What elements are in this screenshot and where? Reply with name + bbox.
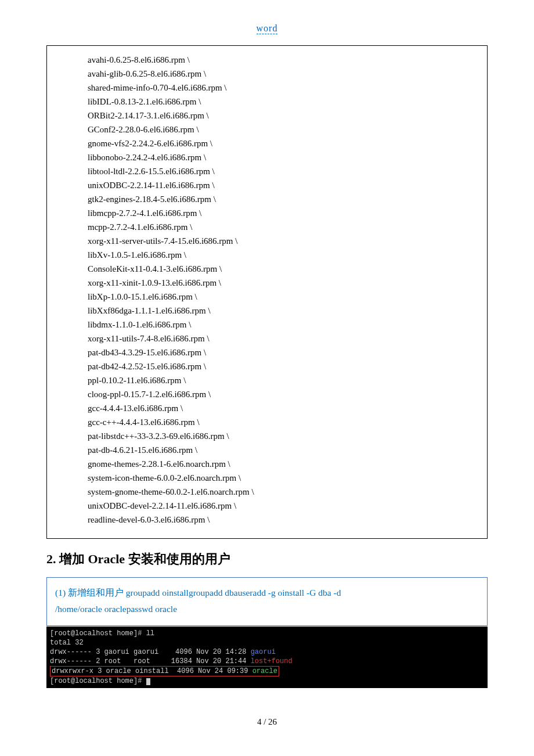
package-line: ORBit2-2.14.17-3.1.el6.i686.rpm \ bbox=[88, 109, 481, 123]
package-line: avahi-0.6.25-8.el6.i686.rpm \ bbox=[88, 53, 481, 67]
package-line: libbonobo-2.24.2-4.el6.i686.rpm \ bbox=[88, 150, 481, 164]
package-line: gnome-vfs2-2.24.2-6.el6.i686.rpm \ bbox=[88, 136, 481, 150]
section-heading: 2. 增加 Oracle 安装和使用的用户 bbox=[46, 550, 488, 568]
package-line: avahi-glib-0.6.25-8.el6.i686.rpm \ bbox=[88, 67, 481, 81]
package-line: shared-mime-info-0.70-4.el6.i686.rpm \ bbox=[88, 81, 481, 95]
package-line: gtk2-engines-2.18.4-5.el6.i686.rpm \ bbox=[88, 192, 481, 206]
package-line: system-gnome-theme-60.0.2-1.el6.noarch.r… bbox=[88, 485, 481, 499]
package-line: pat-db-4.6.21-15.el6.i686.rpm \ bbox=[88, 443, 481, 457]
package-line: GConf2-2.28.0-6.el6.i686.rpm \ bbox=[88, 123, 481, 136]
package-line: pat-db43-4.3.29-15.el6.i686.rpm \ bbox=[88, 345, 481, 359]
package-line: pat-libstdc++-33-3.2.3-69.el6.i686.rpm \ bbox=[88, 429, 481, 443]
dir-name: gaorui bbox=[251, 648, 276, 656]
page-number: 4 / 26 bbox=[46, 717, 488, 727]
package-line: cloog-ppl-0.15.7-1.2.el6.i686.rpm \ bbox=[88, 387, 481, 401]
package-line: libXp-1.0.0-15.1.el6.i686.rpm \ bbox=[88, 290, 481, 304]
command-text-2: /home/oracle oraclepasswd oracle bbox=[55, 601, 479, 617]
package-line: system-icon-theme-6.0.0-2.el6.noarch.rpm… bbox=[88, 471, 481, 485]
terminal-line: [root@localhost home]# ll bbox=[50, 629, 484, 638]
command-number: (1) bbox=[55, 588, 66, 597]
package-list-box: avahi-0.6.25-8.el6.i686.rpm \avahi-glib-… bbox=[46, 45, 488, 539]
terminal-line: [root@localhost home]# bbox=[50, 676, 484, 686]
package-line: readline-devel-6.0-3.el6.i686.rpm \ bbox=[88, 513, 481, 527]
package-line: mcpp-2.7.2-4.1.el6.i686.rpm \ bbox=[88, 220, 481, 234]
command-label: 新增组和用户 bbox=[66, 588, 126, 597]
cursor-icon bbox=[146, 678, 150, 685]
package-line: xorg-x11-xinit-1.0.9-13.el6.i686.rpm \ bbox=[88, 276, 481, 290]
package-line: libXv-1.0.5-1.el6.i686.rpm \ bbox=[88, 248, 481, 262]
package-line: libdmx-1.1.0-1.el6.i686.rpm \ bbox=[88, 318, 481, 332]
package-line: libIDL-0.8.13-2.1.el6.i686.rpm \ bbox=[88, 95, 481, 109]
terminal-line: total 32 bbox=[50, 638, 484, 647]
package-line: xorg-x11-utils-7.4-8.el6.i686.rpm \ bbox=[88, 332, 481, 345]
dir-name: oracle bbox=[252, 667, 277, 675]
package-line: gcc-4.4.4-13.el6.i686.rpm \ bbox=[88, 401, 481, 415]
package-line: pat-db42-4.2.52-15.el6.i686.rpm \ bbox=[88, 359, 481, 373]
package-line: gnome-themes-2.28.1-6.el6.noarch.rpm \ bbox=[88, 457, 481, 471]
header-link[interactable]: word bbox=[46, 23, 488, 34]
package-line: libmcpp-2.7.2-4.1.el6.i686.rpm \ bbox=[88, 206, 481, 220]
package-line: ppl-0.10.2-11.el6.i686.rpm \ bbox=[88, 373, 481, 387]
package-line: libXxf86dga-1.1.1-1.el6.i686.rpm \ bbox=[88, 304, 481, 318]
package-line: libtool-ltdl-2.2.6-15.5.el6.i686.rpm \ bbox=[88, 164, 481, 178]
header-link-text: word bbox=[257, 23, 278, 34]
terminal-line: drwx------ 3 gaorui gaorui 4096 Nov 20 1… bbox=[50, 647, 484, 657]
package-line: ConsoleKit-x11-0.4.1-3.el6.i686.rpm \ bbox=[88, 262, 481, 276]
terminal-line: drwx------ 2 root root 16384 Nov 20 21:4… bbox=[50, 657, 484, 666]
package-line: unixODBC-2.2.14-11.el6.i686.rpm \ bbox=[88, 178, 481, 192]
package-line: gcc-c++-4.4.4-13.el6.i686.rpm \ bbox=[88, 415, 481, 429]
terminal-line-highlighted: drwxrwxr-x 3 oracle oinstall 4096 Nov 24… bbox=[50, 666, 279, 676]
command-text-1: groupadd oinstallgroupadd dbauseradd -g … bbox=[126, 588, 341, 597]
package-line: unixODBC-devel-2.2.14-11.el6.i686.rpm \ bbox=[88, 499, 481, 513]
command-box: (1) 新增组和用户 groupadd oinstallgroupadd dba… bbox=[46, 577, 488, 626]
package-line: xorg-x11-server-utils-7.4-15.el6.i686.rp… bbox=[88, 234, 481, 248]
dir-name: lost+found bbox=[251, 657, 293, 665]
terminal-output: [root@localhost home]# ll total 32 drwx-… bbox=[46, 627, 488, 688]
